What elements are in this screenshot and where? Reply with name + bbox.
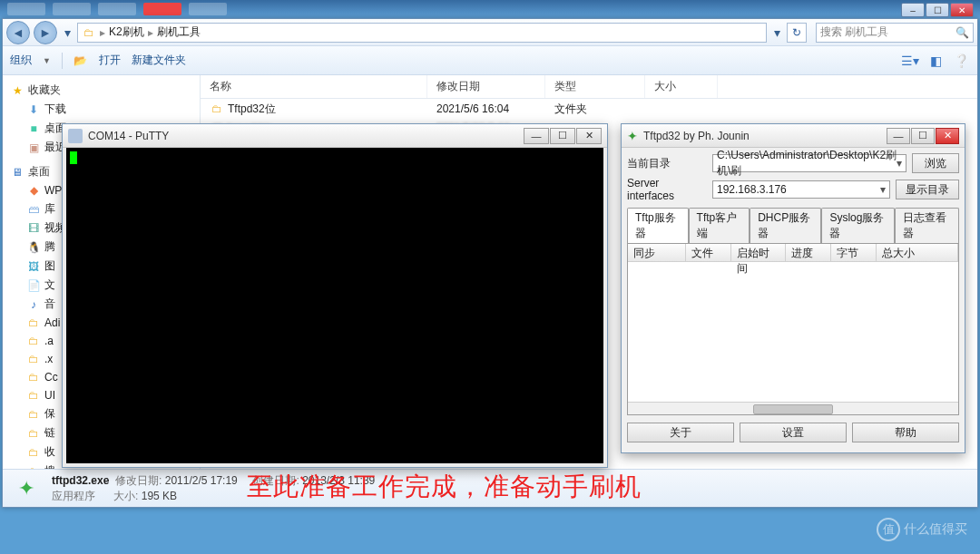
col-size[interactable]: 大小 <box>645 75 718 98</box>
maximize-button[interactable]: ☐ <box>926 3 949 17</box>
tftpd-titlebar[interactable]: ✦ Tftpd32 by Ph. Jounin — ☐ ✕ <box>622 124 965 148</box>
pictures-icon: 🖼 <box>26 259 41 274</box>
new-folder-button[interactable]: 新建文件夹 <box>132 53 186 68</box>
folder-icon: 🗀 <box>26 426 41 441</box>
minimize-button[interactable]: – <box>901 3 925 17</box>
back-button[interactable]: ◄ <box>6 21 30 44</box>
desktop-icon: ■ <box>26 121 41 136</box>
cur-dir-label: 当前目录 <box>627 156 707 171</box>
libraries-icon: 🗃 <box>26 202 41 217</box>
sidebar-tencent[interactable]: 腾 <box>44 239 55 255</box>
sidebar-libs[interactable]: 库 <box>44 201 55 217</box>
sidebar-item[interactable]: 收 <box>44 444 55 460</box>
tftpd-tabs: Tftp服务器 Tftp客户端 DHCP服务器 Syslog服务器 日志查看器 <box>627 208 959 243</box>
col-progress[interactable]: 进度 <box>786 244 831 261</box>
col-peer[interactable]: 同步 <box>628 244 686 261</box>
favorites-icon: ★ <box>10 83 24 98</box>
win7-top-chrome <box>0 0 980 18</box>
sidebar-desktop[interactable]: 桌面 <box>28 164 50 180</box>
sidebar-item[interactable]: .x <box>44 353 53 365</box>
folder-icon: 🗀 <box>26 445 41 460</box>
putty-icon <box>68 129 83 143</box>
sidebar-wp[interactable]: WP <box>44 184 62 197</box>
breadcrumb[interactable]: 🗀 ▸ K2刷机 ▸ 刷机工具 <box>77 23 767 43</box>
open-button[interactable]: 打开 <box>99 53 121 68</box>
col-total[interactable]: 总大小 <box>877 244 958 261</box>
sidebar-music[interactable]: 音 <box>44 296 55 312</box>
tftpd-icon: ✦ <box>627 129 638 143</box>
address-bar: ◄ ► ▾ 🗀 ▸ K2刷机 ▸ 刷机工具 ▾ ↻ 搜索 刷机工具 🔍 <box>3 19 977 46</box>
col-date[interactable]: 修改日期 <box>427 75 545 98</box>
sidebar-pictures[interactable]: 图 <box>44 258 55 274</box>
browse-button[interactable]: 浏览 <box>912 153 959 173</box>
list-header[interactable]: 同步 文件 启始时间 进度 字节 总大小 <box>628 244 958 262</box>
organize-menu[interactable]: 组织 <box>10 53 32 68</box>
history-dropdown[interactable]: ▾ <box>61 21 74 44</box>
annotation-caption: 至此准备工作完成，准备动手刷机 <box>247 470 642 504</box>
open-icon: 📂 <box>74 53 88 68</box>
sidebar-item[interactable]: 搜 <box>44 463 55 469</box>
sidebar-item[interactable]: 链 <box>44 425 55 441</box>
tab-tftp-client[interactable]: Tftp客户端 <box>689 208 750 243</box>
task-item[interactable] <box>53 3 91 15</box>
sidebar-item[interactable]: .a <box>44 335 54 347</box>
sidebar-downloads[interactable]: 下载 <box>44 102 66 117</box>
putty-titlebar[interactable]: COM14 - PuTTY — ☐ ✕ <box>63 124 607 148</box>
col-start[interactable]: 启始时间 <box>731 244 786 261</box>
task-item[interactable] <box>189 3 227 15</box>
folder-icon: 🗀 <box>26 316 41 330</box>
transfer-list: 同步 文件 启始时间 进度 字节 总大小 <box>627 243 959 415</box>
sidebar-item[interactable]: Cc <box>44 371 58 384</box>
file-row[interactable]: 🗀Tftpd32位 2021/5/6 16:04 文件夹 <box>201 99 977 119</box>
sidebar-item[interactable]: UI <box>44 389 55 402</box>
minimize-button[interactable]: — <box>887 128 910 144</box>
maximize-button[interactable]: ☐ <box>550 128 575 144</box>
search-placeholder: 搜索 刷机工具 <box>820 24 888 40</box>
terminal[interactable] <box>66 148 603 463</box>
app-icon: ✦ <box>10 474 43 503</box>
maximize-button[interactable]: ☐ <box>911 128 935 144</box>
col-type[interactable]: 类型 <box>545 75 645 98</box>
help-button[interactable]: 帮助 <box>852 423 959 442</box>
close-button[interactable]: ✕ <box>576 128 602 144</box>
tab-syslog[interactable]: Syslog服务器 <box>821 208 895 243</box>
close-button[interactable]: ✕ <box>936 128 959 144</box>
tab-tftp-server[interactable]: Tftp服务器 <box>627 208 689 243</box>
col-bytes[interactable]: 字节 <box>831 244 877 261</box>
refresh-button[interactable]: ↻ <box>787 23 807 43</box>
view-options-button[interactable]: ☰▾ <box>901 52 919 70</box>
folder-icon: 🗀 <box>210 102 224 116</box>
watermark: 值 什么值得买 <box>877 518 967 541</box>
sidebar-favorites[interactable]: 收藏夹 <box>28 83 61 98</box>
server-if-combo[interactable]: 192.168.3.176 <box>712 180 890 199</box>
folder-icon: 🗀 <box>26 388 41 403</box>
sidebar-docs[interactable]: 文 <box>44 277 55 293</box>
close-button[interactable]: ✕ <box>950 3 974 17</box>
folder-icon: 🗀 <box>26 334 41 348</box>
task-item[interactable] <box>143 3 181 15</box>
show-dir-button[interactable]: 显示目录 <box>896 180 959 199</box>
wps-icon: ◆ <box>26 183 41 198</box>
preview-pane-button[interactable]: ◧ <box>926 52 945 70</box>
forward-button[interactable]: ► <box>34 21 57 44</box>
horizontal-scrollbar[interactable] <box>628 402 958 415</box>
col-name[interactable]: 名称 <box>201 75 427 98</box>
breadcrumb-seg[interactable]: 刷机工具 <box>157 24 201 40</box>
breadcrumb-dropdown[interactable]: ▾ <box>770 21 783 44</box>
task-item[interactable] <box>7 3 45 15</box>
settings-button[interactable]: 设置 <box>740 423 847 442</box>
search-input[interactable]: 搜索 刷机工具 🔍 <box>816 23 974 43</box>
tab-log[interactable]: 日志查看器 <box>895 208 959 243</box>
tab-dhcp[interactable]: DHCP服务器 <box>750 208 821 243</box>
breadcrumb-seg[interactable]: K2刷机 <box>109 24 144 40</box>
tftpd-title: Tftpd32 by Ph. Jounin <box>643 130 750 142</box>
cur-dir-combo[interactable]: C:\Users\Administrator\Desktop\K2刷机\刷 <box>712 154 906 172</box>
sidebar-item[interactable]: Adi <box>44 316 60 329</box>
task-item[interactable] <box>98 3 136 15</box>
col-file[interactable]: 文件 <box>686 244 731 261</box>
help-button[interactable]: ❔ <box>952 52 970 70</box>
column-headers[interactable]: 名称 修改日期 类型 大小 <box>201 75 977 99</box>
sidebar-item[interactable]: 保 <box>44 406 55 422</box>
about-button[interactable]: 关于 <box>627 423 734 442</box>
minimize-button[interactable]: — <box>524 128 549 144</box>
